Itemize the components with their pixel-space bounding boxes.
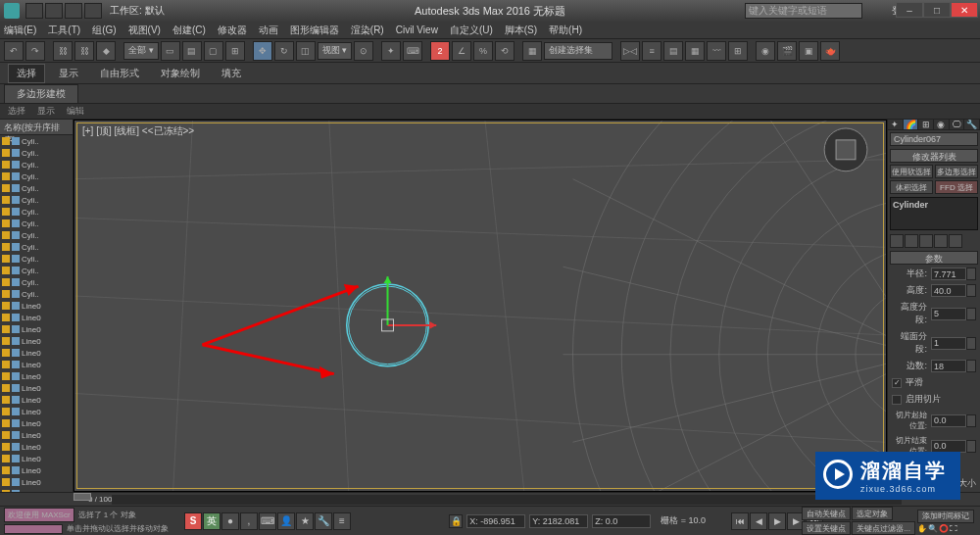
stack-item-cylinder[interactable]: Cylinder — [893, 200, 975, 210]
tab-freeform[interactable]: 自由形式 — [92, 65, 147, 82]
ref-coord-dropdown[interactable]: 视图 ▾ — [318, 42, 353, 60]
list-item[interactable]: Line0 — [0, 441, 73, 453]
visibility-icon[interactable] — [2, 455, 10, 462]
nav-zoom-icon[interactable]: 🔍 — [928, 524, 938, 533]
list-item[interactable]: Line0 — [0, 312, 73, 323]
bind-button[interactable]: ◆ — [96, 41, 116, 61]
modifier-stack[interactable]: Cylinder — [890, 197, 978, 230]
visibility-icon[interactable] — [2, 349, 10, 357]
menu-script[interactable]: 脚本(S) — [505, 24, 537, 37]
tab-populate[interactable]: 填充 — [214, 65, 249, 82]
visibility-icon[interactable] — [2, 372, 10, 380]
checkbox-icon[interactable] — [892, 395, 902, 405]
list-item[interactable]: Line0 — [0, 300, 73, 312]
modifier-list-dropdown[interactable]: 修改器列表 — [890, 149, 978, 163]
menu-modifiers[interactable]: 修改器 — [218, 24, 247, 37]
spinner-arrows-icon[interactable] — [966, 337, 976, 350]
param-radius-input[interactable]: 7.771 — [931, 268, 966, 280]
coord-z-input[interactable]: Z: 0.0 — [592, 514, 651, 528]
list-item[interactable]: Line0 — [0, 394, 73, 406]
visibility-icon[interactable] — [2, 478, 10, 486]
create-tab-icon[interactable]: ✦ — [888, 120, 904, 129]
list-item[interactable]: Cyli.. — [0, 147, 73, 159]
unique-icon[interactable] — [919, 234, 933, 248]
mirror-button[interactable]: ▷◁ — [620, 41, 640, 61]
visibility-icon[interactable] — [2, 384, 10, 392]
menu-help[interactable]: 帮助(H) — [549, 24, 582, 37]
visibility-icon[interactable] — [2, 161, 10, 169]
pivot-button[interactable]: ⊙ — [354, 41, 373, 61]
configure-sets-icon[interactable] — [949, 234, 962, 248]
visibility-icon[interactable] — [2, 396, 10, 404]
menu-create[interactable]: 创建(C) — [172, 24, 206, 37]
visibility-icon[interactable] — [2, 243, 10, 251]
keyfilter-button[interactable]: 关键点过滤器... — [852, 521, 915, 535]
visibility-icon[interactable] — [2, 408, 10, 415]
ime-skin-icon[interactable]: ★ — [296, 512, 314, 530]
manipulate-button[interactable]: ✦ — [381, 41, 401, 61]
render-setup-button[interactable]: 🎬 — [777, 41, 797, 61]
soft-select-button[interactable]: 使用软选择 — [890, 165, 933, 178]
list-item[interactable]: Cyli.. — [0, 206, 73, 218]
ribbon-tab-polymodel[interactable]: 多边形建模 — [4, 84, 78, 104]
motion-tab-icon[interactable]: ◉ — [934, 120, 950, 129]
select-button[interactable]: ▭ — [161, 41, 180, 61]
visibility-icon[interactable] — [2, 466, 10, 474]
curve-editor-button[interactable]: 〰 — [707, 41, 726, 61]
visibility-icon[interactable] — [2, 184, 10, 192]
list-item[interactable]: Line0 — [0, 476, 73, 488]
cb-slice-row[interactable]: 启用切片 — [892, 393, 976, 406]
material-editor-button[interactable]: ◉ — [756, 41, 775, 61]
menu-tools[interactable]: 工具(T) — [48, 24, 80, 37]
timetag-button[interactable]: 添加时间标记 — [917, 510, 974, 523]
ime-punct-icon[interactable]: , — [240, 512, 258, 530]
viewport-label[interactable]: [+] [顶] [线框] <<已冻结>> — [82, 124, 194, 138]
minimize-button[interactable]: – — [896, 2, 923, 18]
tab-objectpaint[interactable]: 对象绘制 — [153, 65, 208, 82]
menu-graph[interactable]: 图形编辑器 — [290, 24, 339, 37]
time-slider-track[interactable] — [112, 495, 902, 505]
visibility-icon[interactable] — [2, 137, 10, 145]
sel-time-dropdown[interactable]: 选定对象 — [852, 507, 893, 520]
tab-select[interactable]: 选择 — [8, 64, 45, 83]
poly-select-button[interactable]: 多边形选择 — [935, 165, 978, 178]
ime-shape-icon[interactable]: ● — [221, 512, 239, 530]
scene-explorer-header[interactable]: 名称(按升序排序) — [0, 120, 73, 135]
list-item[interactable]: Line0 — [0, 347, 73, 359]
menu-animation[interactable]: 动画 — [259, 24, 278, 37]
visibility-icon[interactable] — [2, 278, 10, 286]
ffd-select-button[interactable]: FFD 选择 — [935, 180, 978, 194]
menu-render[interactable]: 渲染(R) — [351, 24, 384, 37]
list-item[interactable]: Line0 — [0, 464, 73, 476]
rotate-button[interactable]: ↻ — [274, 41, 294, 61]
coord-x-input[interactable]: X: -896.951 — [466, 514, 525, 528]
play-button[interactable]: ▶ — [768, 512, 786, 530]
qat-open-icon[interactable] — [45, 3, 63, 19]
list-item[interactable]: Cyli.. — [0, 253, 73, 265]
spinner-arrows-icon[interactable] — [966, 360, 976, 372]
param-hsegs-input[interactable]: 5 — [931, 308, 966, 320]
visibility-icon[interactable] — [2, 290, 10, 298]
ime-lang-icon[interactable]: 英 — [203, 512, 220, 530]
visibility-icon[interactable] — [2, 337, 10, 345]
list-item[interactable]: Cyli.. — [0, 288, 73, 300]
tab-display[interactable]: 显示 — [51, 65, 86, 82]
spinner-arrows-icon[interactable] — [966, 308, 976, 320]
list-item[interactable]: Cyli.. — [0, 265, 73, 276]
menu-group[interactable]: 组(G) — [92, 24, 116, 37]
menu-view[interactable]: 视图(V) — [128, 24, 161, 37]
remove-mod-icon[interactable] — [934, 234, 948, 248]
align-button[interactable]: ≡ — [642, 41, 662, 61]
show-end-icon[interactable] — [905, 234, 918, 248]
ime-menu-icon[interactable]: ≡ — [333, 512, 351, 530]
pin-stack-icon[interactable] — [890, 234, 904, 248]
param-sides-input[interactable]: 18 — [931, 360, 966, 372]
list-item[interactable]: Line0 — [0, 417, 73, 429]
select-name-button[interactable]: ▤ — [182, 41, 202, 61]
ime-tool-icon[interactable]: 🔧 — [315, 512, 332, 530]
utilities-tab-icon[interactable]: 🔧 — [964, 120, 980, 129]
spinner-arrows-icon[interactable] — [966, 284, 976, 297]
list-item[interactable]: Cyli.. — [0, 170, 73, 182]
ime-people-icon[interactable]: 👤 — [277, 512, 295, 530]
spinner-arrows-icon[interactable] — [966, 414, 976, 427]
